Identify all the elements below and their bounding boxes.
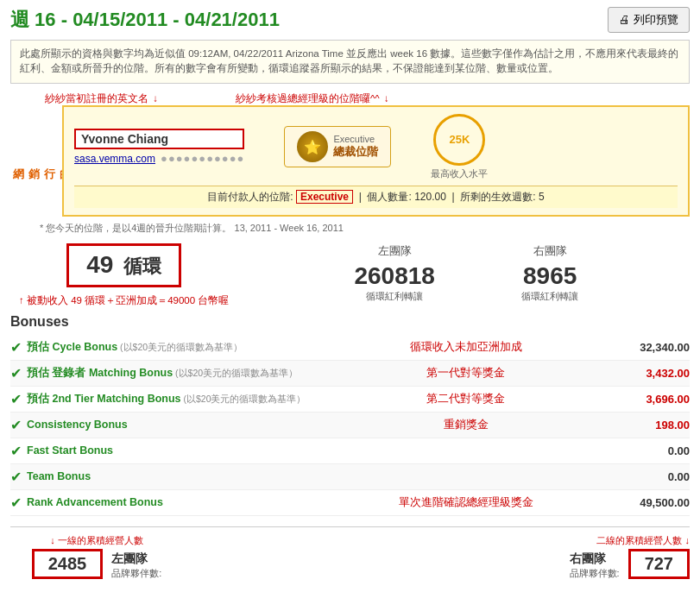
footnote: * 您今天的位階，是以4週的晉升位階期計算。 13, 2011 - Week 1… [40,222,690,235]
bonus-main-name: Rank Advancement Bonus [27,496,163,508]
rank-icon: ⭐ [297,131,328,162]
bonus-row: ✔Rank Advancement Bonus單次進階確認總經理級獎金49,50… [10,490,690,516]
bonus-row: ✔Fast Start Bonus0.00 [10,438,690,464]
cycles-section: 49 循環 ↑ 被動收入 49 循環＋亞洲加成＝49000 台幣喔 左團隊 26… [19,243,690,307]
max-level-circle: 25K [433,114,485,166]
left-team-sub: 品牌夥伴數: [111,567,161,580]
right-team-value: 8965 [507,262,593,290]
annotation-rank-passed: 紗紗考核過總經理級的位階囉^^ ↓ [236,92,389,105]
bonuses-title: Bonuses [10,314,690,330]
members-value: 120.00 [414,191,446,203]
bonus-name: 預估 登錄者 Matching Bonus (以$20美元的循環數為基準） [27,366,319,381]
left-team-col: 左團隊 260818 循環紅利轉讓 [351,243,438,303]
cycle-number: 49 [86,251,113,278]
bonus-amount: 198.00 [612,419,690,431]
bonus-main-name: Fast Start Bonus [27,444,113,457]
bonus-desc: 重銷獎金 [319,418,612,432]
right-team-label-bottom: 右團隊 [570,551,620,567]
bonus-amount: 3,432.00 [612,367,690,380]
bonus-row: ✔預估 Cycle Bonus (以$20美元的循環數為基準）循環收入未加亞洲加… [10,335,690,361]
header-row: 週 16 - 04/15/2011 - 04/21/2011 🖨 列印預覽 [10,7,690,33]
rank-bar-rank: Executive [296,190,353,204]
print-button[interactable]: 🖨 列印預覽 [608,7,690,33]
bonus-name: Rank Advancement Bonus [27,496,319,508]
bonus-desc: 第一代對等獎金 [319,366,612,381]
bonus-sub-note: (以$20美元的循環數為基準） [117,342,243,352]
left-team-label-bottom: 左團隊 [111,551,161,567]
right-team-note: 二線的累積經營人數 ↓ [596,534,690,547]
bonus-main-name: 預估 Cycle Bonus [27,341,117,353]
user-email-hidden: ●●●●●●●●●●● [161,152,244,165]
page-title: 週 16 - 04/15/2011 - 04/21/2011 [10,7,280,33]
bonus-name: Fast Start Bonus [27,444,319,457]
cycle-note: ↑ 被動收入 49 循環＋亞洲加成＝49000 台幣喔 [19,294,229,307]
bonus-check-icon: ✔ [10,365,22,381]
bonus-main-name: Team Bonus [27,470,91,482]
bonus-name: 預估 2nd Tier Matching Bonus (以$20美元的循環數為基… [27,392,319,406]
max-level-value: 25K [449,133,470,146]
bonus-main-name: 預估 2nd Tier Matching Bonus [27,393,181,405]
page-wrapper: 週 16 - 04/15/2011 - 04/21/2011 🖨 列印預覽 此處… [0,0,700,589]
bottom-left-team: ↓ 一線的累積經營人數 2485 左團隊 品牌夥伴數: [10,534,183,583]
left-team-sub: 循環紅利轉讓 [351,290,438,303]
annotation-registered-name: 紗紗當初註冊的英文名 ↓ [45,92,158,105]
effective-weeks-value: 5 [539,191,545,203]
left-count-box: 2485 [32,549,104,579]
user-email[interactable]: sasa.vemma.com [74,153,155,165]
rank-label-text: Executive [333,134,378,144]
bonus-check-icon: ✔ [10,469,22,485]
rank-chinese: 總裁位階 [333,144,378,160]
bonus-amount: 3,696.00 [612,393,690,406]
bonus-row: ✔預估 登錄者 Matching Bonus (以$20美元的循環數為基準）第一… [10,361,690,387]
left-team-label: 左團隊 [351,243,438,259]
user-name: Yvonne Chiang [74,129,244,149]
max-level-label: 最高收入水平 [431,167,488,180]
bonus-main-name: Consistency Bonus [27,419,128,431]
user-section-wrapper: 紗紗的行銷網 Yvonne Chiang sasa.vemma.com ●●●●… [36,105,690,217]
team-stats: 左團隊 260818 循環紅利轉讓 右團隊 8965 循環紅利轉讓 [255,243,690,303]
right-team-label: 右團隊 [507,243,593,259]
bonus-amount: 0.00 [612,444,690,457]
bottom-section: ↓ 一線的累積經營人數 2485 左團隊 品牌夥伴數: 二線的累積經營人數 ↓ … [10,526,690,583]
right-count-box: 727 [628,549,690,579]
cycle-unit: 循環 [123,255,161,277]
left-team-value: 260818 [351,262,438,290]
bonus-name: Team Bonus [27,470,319,482]
right-team-sub: 循環紅利轉讓 [507,290,593,303]
effective-weeks-label: 所剩的生效週數 [460,191,533,203]
bonus-check-icon: ✔ [10,417,22,433]
bonuses-section: Bonuses ✔預估 Cycle Bonus (以$20美元的循環數為基準）循… [10,314,690,516]
bonus-check-icon: ✔ [10,339,22,356]
bonus-row: ✔Team Bonus0.00 [10,464,690,490]
bottom-right-team: 二線的累積經營人數 ↓ 右團隊 品牌夥伴數: 727 [517,534,690,583]
bonuses-list: ✔預估 Cycle Bonus (以$20美元的循環數為基準）循環收入未加亞洲加… [10,335,690,516]
notice-box: 此處所顯示的資格與數字均為近似值 09:12AM, 04/22/2011 Ari… [10,40,690,84]
bonus-name: 預估 Cycle Bonus (以$20美元的循環數為基準） [27,340,319,355]
bonus-sub-note: (以$20美元的循環數為基準） [181,394,306,404]
bonus-desc: 單次進階確認總經理級獎金 [319,495,612,510]
cycle-main: 49 循環 ↑ 被動收入 49 循環＋亞洲加成＝49000 台幣喔 [19,243,229,307]
bonus-row: ✔Consistency Bonus重銷獎金198.00 [10,413,690,438]
notice-text: 此處所顯示的資格與數字均為近似值 09:12AM, 04/22/2011 Ari… [20,48,678,73]
bonus-check-icon: ✔ [10,391,22,407]
rank-bar-prefix: 目前付款人的位階 [207,191,290,203]
members-label: 個人數量 [367,191,408,203]
cycle-number-box: 49 循環 [66,243,181,287]
bonus-amount: 49,500.00 [612,496,690,509]
right-team-col: 右團隊 8965 循環紅利轉讓 [507,243,593,303]
user-section: Yvonne Chiang sasa.vemma.com ●●●●●●●●●●●… [62,105,690,217]
bonus-main-name: 預估 登錄者 Matching Bonus [27,367,173,379]
bonus-amount: 32,340.00 [612,341,690,354]
left-team-note: ↓ 一線的累積經營人數 [50,534,143,547]
bonus-check-icon: ✔ [10,494,22,511]
bonus-sub-note: (以$20美元的循環數為基準） [173,368,298,378]
bonus-row: ✔預估 2nd Tier Matching Bonus (以$20美元的循環數為… [10,387,690,413]
bonus-name: Consistency Bonus [27,419,319,431]
right-team-sub: 品牌夥伴數: [570,567,620,580]
current-rank-bar: 目前付款人的位階: Executive | 個人數量: 120.00 | 所剩的… [74,186,678,208]
rank-badge: ⭐ Executive 總裁位階 [284,126,391,167]
user-info-row: Yvonne Chiang sasa.vemma.com ●●●●●●●●●●●… [74,114,678,180]
bonus-amount: 0.00 [612,470,690,483]
bonus-desc: 循環收入未加亞洲加成 [319,340,612,355]
bonus-desc: 第二代對等獎金 [319,392,612,406]
